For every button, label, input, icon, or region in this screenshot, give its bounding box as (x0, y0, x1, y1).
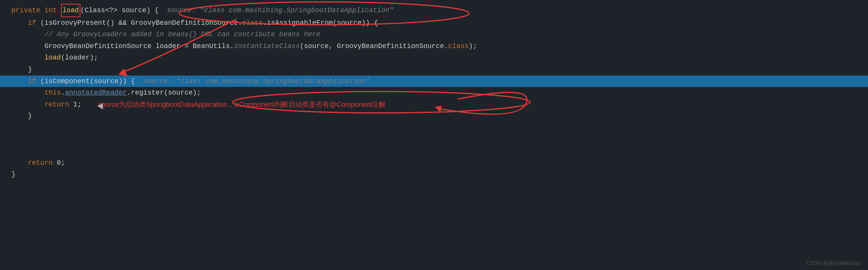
indent1b (11, 64, 28, 76)
return-val-0: 0; (57, 157, 65, 169)
keyword-private: private (11, 5, 44, 16)
keyword-return1: return (44, 99, 73, 111)
line8-dot: . (61, 87, 65, 99)
indent1 (11, 17, 28, 29)
indent2d (11, 87, 44, 99)
code-line-6: } (0, 64, 868, 76)
indent1e (11, 157, 28, 169)
code-line-3: // Any GroovyLoaders added in beans{} DS… (0, 29, 868, 40)
keyword-if: if (28, 17, 40, 29)
brace-final: } (11, 169, 16, 180)
annotation-text: source为启动类SpringbootDataApplication，isCo… (98, 99, 386, 111)
load-box: load (61, 4, 80, 17)
code-line-2: if (isGroovyPresent() && GroovyBeanDefin… (0, 17, 868, 29)
line7-condition: (isComponent(source)) { source: "class c… (40, 76, 370, 87)
line1-rest: (Class<?> source) { source: "class com.m… (80, 5, 394, 16)
indent2c (11, 52, 44, 64)
keyword-this: this (44, 87, 61, 99)
brace1: } (28, 64, 32, 76)
code-line-4: GroovyBeanDefinitionSource loader = Bean… (0, 40, 868, 52)
line2-condition: (isGroovyPresent() && GroovyBeanDefiniti… (40, 17, 378, 29)
code-line-8: this.annotatedReader.register(source); (0, 87, 868, 99)
keyword-int: int (44, 5, 61, 16)
keyword-return0: return (28, 157, 57, 169)
code-line-13: } (0, 169, 868, 180)
indent2e (11, 99, 44, 111)
brace2: } (28, 110, 32, 122)
indent1d (11, 110, 28, 122)
indent2 (11, 29, 44, 40)
line8-rest: .register(source); (127, 87, 201, 99)
method-load-call: load (44, 52, 61, 64)
line4-code: GroovyBeanDefinitionSource loader = Bean… (44, 40, 477, 52)
code-line-1: private int load(Class<?> source) { sour… (0, 4, 868, 17)
code-line-11 (0, 122, 868, 157)
code-line-7: if (isComponent(source)) { source: "clas… (0, 76, 868, 87)
code-line-12: return 0; (0, 157, 868, 169)
line5-rest: (loader); (61, 52, 98, 64)
code-line-9: return 1; source为启动类SpringbootDataApplic… (0, 99, 868, 111)
keyword-if2: if (28, 76, 40, 87)
watermark: CSDN @孙治AllenSun (806, 260, 860, 267)
return-val-1: 1; (73, 99, 98, 111)
method-load: load (63, 6, 79, 14)
indent2b (11, 40, 44, 52)
code-container: private int load(Class<?> source) { sour… (0, 0, 868, 184)
code-line-10: } (0, 110, 868, 122)
comment-groovy: // Any GroovyLoaders added in beans{} DS… (44, 29, 320, 40)
method-load-boxed: load (61, 4, 80, 17)
indent1c (11, 76, 28, 87)
code-line-5: load(loader); (0, 52, 868, 64)
annotated-reader: annotatedReader (65, 87, 127, 99)
